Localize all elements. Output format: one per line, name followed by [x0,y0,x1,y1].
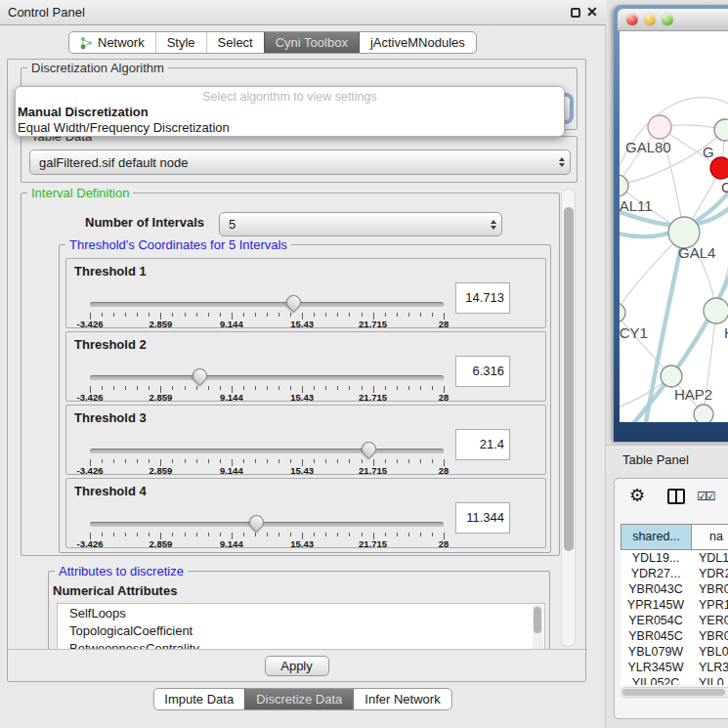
tab-style[interactable]: Style [155,32,206,53]
threshold-slider[interactable] [90,294,444,312]
cell-shared-name[interactable]: YBR043C [621,581,691,597]
table-row[interactable]: YBR045CYBR0 [621,628,728,644]
tab-select[interactable]: Select [206,32,264,53]
cell-shared-name[interactable]: YBR045C [621,628,691,644]
cell-shared-name[interactable]: YER054C [621,613,691,628]
list-scrollbar-thumb[interactable] [534,607,541,633]
table-row[interactable]: YDR27...YDR2 [621,566,728,581]
cell-name[interactable]: YBL0 [691,644,728,660]
slider-track[interactable] [90,522,444,527]
threshold-slider[interactable] [90,367,444,385]
interval-definition-group: Interval Definition Number of Intervals … [21,193,560,556]
cell-name[interactable]: YBR0 [691,628,728,644]
apply-button[interactable]: Apply [265,656,329,676]
table-horizontal-scrollbar-thumb[interactable] [622,689,725,696]
tab-network[interactable]: Network [69,32,155,53]
table-row[interactable]: YLR345WYLR3 [621,660,728,675]
table-row[interactable]: YBR043CYBR0 [621,581,728,597]
minimize-traffic-light-icon[interactable] [644,14,656,25]
table-panel-card: ⚙ ☑☑ shared... na YDL19...YDL1YDR27...YD… [614,478,728,719]
threshold-value-field[interactable]: 14.713 [455,282,510,314]
interval-definition-title: Interval Definition [27,187,133,200]
slider-thumb[interactable] [359,439,379,459]
cell-name[interactable]: YPR1 [691,597,728,613]
float-window-icon[interactable] [571,8,580,18]
split-columns-icon[interactable] [667,489,685,504]
close-icon[interactable]: ✕ [586,4,598,20]
threshold-label: Threshold 3 [74,410,147,425]
network-node-label: GCY1 [620,324,648,341]
cell-name[interactable]: YIL0 [691,675,728,685]
slider-thumb[interactable] [190,365,210,386]
tab-jactivemnodules[interactable]: jActiveMNodules [359,32,476,53]
threshold-value-field[interactable]: 21.4 [455,429,510,460]
slider-track[interactable] [90,302,444,307]
column-header-name[interactable]: na [692,525,728,549]
cell-shared-name[interactable]: YBL079W [621,644,691,660]
threshold-slider[interactable] [90,441,444,458]
control-panel-titlebar: Control Panel ✕ [0,0,606,25]
attribute-item-topologicalcoefficient[interactable]: TopologicalCoefficient [58,621,544,639]
number-of-intervals-combo[interactable]: 5 [219,212,502,236]
numerical-attributes-list[interactable]: SelfLoopsTopologicalCoefficientBetweenne… [57,603,545,649]
network-node-label: GAL80 [625,139,671,155]
node-table: shared... na YDL19...YDL1YDR27...YDR2YBR… [621,524,728,685]
threshold-value-field[interactable]: 6.316 [455,356,510,387]
tab-discretize-data[interactable]: Discretize Data [244,689,353,709]
cell-shared-name[interactable]: YPR145W [621,597,691,613]
settings-gear-icon[interactable]: ⚙ [629,485,645,506]
network-node-gcy1[interactable] [620,303,625,322]
network-node-hap2[interactable] [661,365,682,387]
cell-shared-name[interactable]: YLR345W [621,660,691,675]
table-data-combo-value: galFiltered.sif default node [30,155,553,170]
table-row[interactable]: YIL052CYIL0 [621,675,728,685]
tab-impute-data[interactable]: Impute Data [153,689,244,709]
slider-track[interactable] [90,449,444,453]
cell-shared-name[interactable]: YDR27... [621,566,691,581]
network-node-node-right-h[interactable] [704,298,728,323]
threshold-label: Threshold 2 [74,337,147,352]
cell-name[interactable]: YBR0 [691,581,728,597]
slider-thumb[interactable] [283,292,304,313]
dropdown-item-equal-width-frequency[interactable]: Equal Width/Frequency Discretization [16,119,564,135]
tab-label: Cyni Toolbox [276,35,348,50]
cell-name[interactable]: YER0 [691,613,728,628]
slider-track[interactable] [90,375,444,380]
cell-name[interactable]: YDL1 [691,550,728,566]
cell-shared-name[interactable]: YDL19... [621,550,691,566]
network-canvas[interactable]: GAL80GCGAL11GAL4GCY1HHAP2 [620,31,728,422]
table-row[interactable]: YBL079WYBL0 [621,644,728,660]
threshold-slider[interactable] [90,514,444,532]
network-node-gal80[interactable] [648,115,671,139]
network-view-window[interactable]: GAL80GCGAL11GAL4GCY1HHAP2 [614,5,728,442]
table-horizontal-scrollbar[interactable] [621,687,728,698]
cell-shared-name[interactable]: YIL052C [621,675,691,685]
column-checkboxes-icon[interactable]: ☑☑ [697,490,714,503]
network-node-node-bottom[interactable] [694,405,713,422]
cell-name[interactable]: YLR3 [691,660,728,675]
tab-infer-network[interactable]: Infer Network [353,689,450,709]
cell-name[interactable]: YDR2 [691,566,728,581]
threshold-value-field[interactable]: 11.344 [455,502,510,534]
tab-label: Impute Data [164,692,234,707]
table-data-combo[interactable]: galFiltered.sif default node [29,150,571,175]
attribute-item-betweennesscentrality[interactable]: BetweennessCentrality [58,639,544,649]
panel-scrollbar-thumb[interactable] [564,207,574,551]
table-column-headers: shared... na [621,524,728,550]
table-row[interactable]: YER054CYER0 [621,613,728,628]
dropdown-item-manual-discretization[interactable]: Manual Discretization [16,104,564,119]
list-scrollbar[interactable] [533,605,543,649]
column-header-shared[interactable]: shared... [621,525,692,549]
panel-scrollbar[interactable] [561,189,576,647]
slider-tick-labels: -3.4262.8599.14415.4321.71528 [90,392,444,403]
network-node-node-red-selected[interactable] [710,157,728,179]
table-row[interactable]: YDL19...YDL1 [621,550,728,566]
table-row[interactable]: YPR145WYPR1 [621,597,728,613]
dropdown-prompt: Select algorithm to view settings [16,87,564,104]
slider-thumb[interactable] [246,512,267,533]
attribute-item-selfloops[interactable]: SelfLoops [58,604,544,621]
close-traffic-light-icon[interactable] [626,14,638,25]
zoom-traffic-light-icon[interactable] [662,14,673,25]
tab-cyni-toolbox[interactable]: Cyni Toolbox [264,32,359,53]
control-panel: Control Panel ✕ NetworkStyleSelectCyni T… [0,0,606,728]
